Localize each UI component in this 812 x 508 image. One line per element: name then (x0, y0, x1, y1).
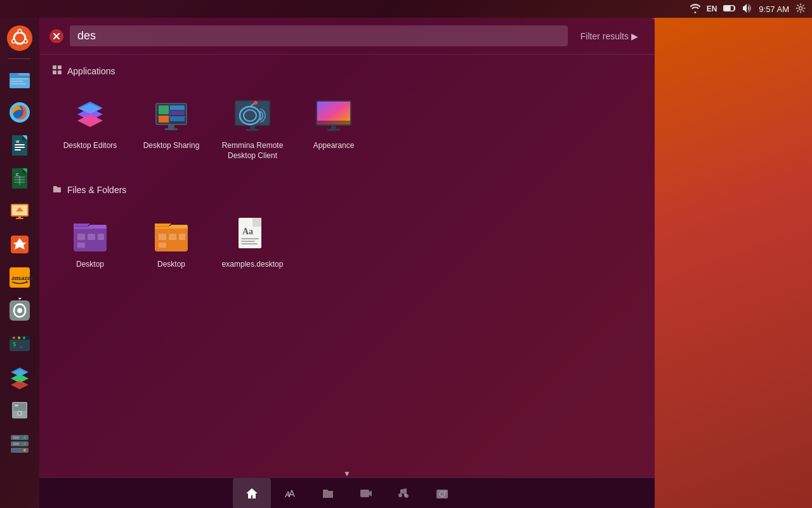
filter-music-button[interactable] (385, 478, 423, 509)
filter-results-button[interactable]: Filter results ▶ (574, 27, 645, 45)
svg-point-45 (23, 337, 25, 339)
topbar-system-icons: EN 9:57 AM (690, 3, 806, 15)
svg-rect-92 (250, 126, 255, 129)
dock-item-system-settings[interactable] (4, 295, 35, 326)
svg-rect-63 (13, 443, 19, 445)
svg-rect-66 (53, 65, 56, 69)
dock-item-lo-writer[interactable]: W (4, 130, 35, 161)
svg-text:W: W (16, 140, 20, 144)
dock-item-layers[interactable] (4, 361, 35, 392)
svg-rect-113 (241, 243, 258, 244)
desktop-editors-label: Desktop Editors (63, 141, 117, 151)
keyboard-lang-icon[interactable]: EN (707, 4, 717, 13)
svg-rect-79 (159, 105, 169, 114)
svg-rect-40 (18, 298, 25, 300)
svg-text:Aa: Aa (242, 227, 253, 236)
topbar: EN 9:57 AM (0, 0, 812, 18)
remmina-icon-wrap (232, 95, 273, 136)
svg-text:A: A (284, 490, 291, 499)
filter-apps-button[interactable]: A (271, 478, 309, 509)
files-section-icon (52, 184, 62, 196)
dock-item-servers[interactable] (4, 427, 35, 458)
topbar-settings-icon[interactable] (796, 3, 806, 15)
dock-item-lo-calc[interactable]: C (4, 163, 35, 194)
applications-section-icon (52, 65, 62, 77)
app-item-desktop-1[interactable]: Desktop (52, 206, 128, 277)
svg-point-44 (18, 337, 20, 339)
app-item-desktop-editors[interactable]: Desktop Editors (52, 88, 128, 168)
ubuntu-logo (7, 25, 32, 51)
svg-text:amazon: amazon (11, 274, 32, 281)
files-section-label: Files & Folders (67, 185, 126, 195)
filter-video-button[interactable] (347, 478, 385, 509)
app-item-desktop-2[interactable]: Desktop (133, 206, 209, 277)
svg-rect-12 (10, 73, 18, 77)
svg-point-8 (18, 30, 21, 32)
svg-rect-15 (11, 83, 26, 84)
appearance-icon-wrap (313, 95, 354, 136)
dock-item-ubuntu[interactable] (4, 23, 35, 53)
dock-item-ubuntu-software[interactable] (4, 229, 35, 260)
results-area: Applications Desktop Editors (39, 55, 655, 478)
battery-icon (723, 4, 736, 15)
dock-item-lo-impress[interactable] (4, 196, 35, 227)
svg-rect-81 (170, 111, 185, 115)
dock-item-files[interactable] (4, 64, 35, 95)
svg-rect-83 (170, 116, 185, 121)
svg-rect-99 (327, 129, 340, 131)
filter-files-button[interactable] (309, 478, 347, 509)
svg-rect-14 (11, 81, 23, 82)
svg-rect-1 (724, 6, 730, 10)
dock-item-amazon[interactable]: amazon (4, 262, 35, 293)
files-section-header: Files & Folders (52, 184, 642, 196)
app-item-examples-desktop[interactable]: Aa examples.desktop (214, 206, 291, 277)
svg-rect-82 (159, 116, 169, 123)
svg-rect-102 (98, 234, 104, 240)
svg-rect-104 (159, 234, 166, 240)
svg-rect-101 (88, 234, 95, 240)
svg-marker-49 (11, 380, 29, 389)
app-item-remmina[interactable]: Remmina Remote Desktop Client (214, 88, 291, 168)
desktop-sharing-label: Desktop Sharing (143, 141, 200, 151)
search-input-wrap[interactable] (70, 25, 568, 46)
svg-rect-69 (58, 70, 62, 74)
wifi-icon (690, 3, 700, 15)
app-item-appearance[interactable]: Appearance (296, 88, 372, 168)
svg-rect-80 (170, 105, 185, 110)
search-close-button[interactable] (49, 29, 63, 43)
examples-desktop-label: examples.desktop (222, 260, 284, 270)
svg-point-116 (398, 493, 402, 497)
search-input[interactable] (77, 29, 560, 43)
svg-rect-105 (169, 234, 176, 240)
desktop-folder-orange-icon-wrap (151, 214, 192, 255)
svg-rect-52 (13, 403, 26, 411)
dock-item-disk[interactable] (4, 394, 35, 425)
filter-results-label: Filter results (580, 31, 629, 41)
application-dock: W C (0, 18, 39, 508)
right-bg-decoration (655, 18, 812, 508)
applications-grid: Desktop Editors (52, 88, 642, 168)
svg-point-39 (17, 308, 22, 313)
app-item-desktop-sharing[interactable]: Desktop Sharing (133, 88, 209, 168)
svg-rect-21 (15, 149, 21, 150)
volume-icon (742, 3, 752, 15)
search-panel: Filter results ▶ Applications (39, 18, 655, 508)
svg-point-9 (25, 40, 27, 43)
collapse-arrow-icon[interactable]: ▼ (343, 469, 351, 478)
filter-home-button[interactable] (233, 478, 271, 509)
svg-rect-55 (15, 404, 18, 406)
filter-photos-button[interactable] (423, 478, 461, 509)
topbar-time: 9:57 AM (759, 4, 789, 14)
svg-rect-118 (436, 490, 448, 498)
svg-point-61 (23, 449, 26, 451)
svg-rect-67 (58, 65, 62, 69)
svg-point-60 (23, 443, 26, 445)
desktop-editors-icon-wrap (70, 95, 110, 136)
applications-section-label: Applications (67, 66, 115, 76)
svg-rect-13 (11, 78, 29, 79)
dock-item-terminal[interactable]: $ _ (4, 328, 35, 359)
dock-item-firefox[interactable] (4, 97, 35, 128)
svg-point-2 (799, 6, 802, 10)
svg-text:$ _: $ _ (13, 341, 23, 347)
filter-chevron-icon: ▶ (631, 31, 638, 41)
